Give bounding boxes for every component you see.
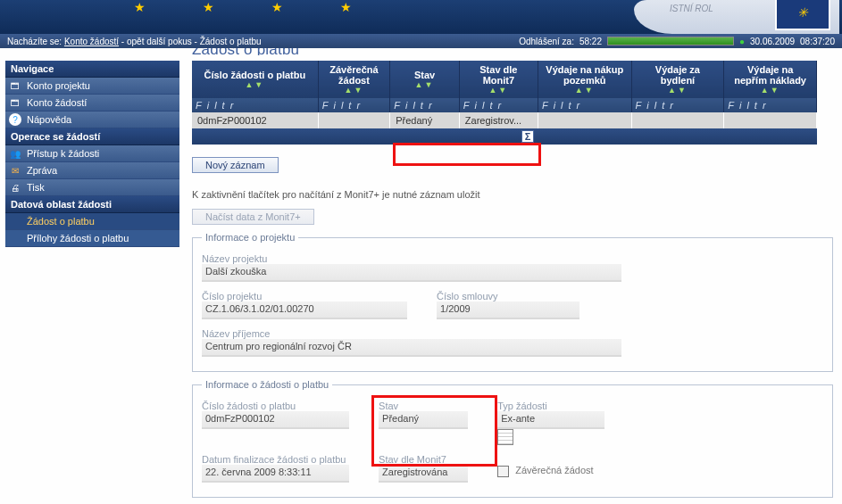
- label-datum-finalizace: Datum finalizace žádosti o platbu: [202, 454, 349, 465]
- status-clock: 08:37:20: [800, 37, 835, 46]
- side-navigation: Navigace 🗔Konto projektu 🗔Konto žádostí …: [0, 48, 183, 504]
- filter-cell[interactable]: Filtr: [192, 98, 318, 112]
- print-icon: 🖨: [9, 181, 21, 194]
- breadcrumb-prefix: Nacházíte se:: [7, 37, 64, 46]
- value-cislo-zadosti: 0dmFzP000102: [202, 411, 349, 429]
- value-prijemce: Centrum pro regionální rozvoj ČR: [202, 339, 621, 357]
- label-cislo-projektu: Číslo projektu: [202, 291, 407, 302]
- payment-info-fieldset: Informace o žádosti o platbu Číslo žádos…: [192, 379, 833, 498]
- nav-section-datova: Datová oblast žádosti: [5, 196, 179, 213]
- nav-zprava[interactable]: ✉Zpráva: [5, 162, 179, 179]
- cell-stav: Předaný: [390, 112, 460, 128]
- cell-zaverecna: [318, 112, 390, 128]
- sort-icon: ▲▼: [729, 86, 811, 95]
- col-zaverecna[interactable]: Závěrečná žádost▲▼: [318, 61, 390, 98]
- nav-sub-label: Přílohy žádosti o platbu: [27, 233, 129, 244]
- session-progress-bar: [607, 37, 734, 45]
- filter-cell[interactable]: Filtr: [390, 98, 460, 112]
- label-stav2: Stav: [379, 401, 468, 411]
- status-bar: Nacházíte se: Konto žádostí - opět další…: [0, 34, 842, 48]
- nav-item-label: Konto projektu: [27, 80, 90, 91]
- label-stav-monit2: Stav dle Monit7: [379, 454, 468, 465]
- content-scroll[interactable]: Žádost o platbu Číslo žádosti o platbu▲▼…: [183, 48, 842, 504]
- col-bydleni[interactable]: Výdaje za bydlení▲▼: [631, 61, 724, 98]
- label-cislo-zadosti: Číslo žádosti o platbu: [202, 401, 349, 411]
- filter-cell[interactable]: Filtr: [631, 98, 724, 112]
- value-typ: Ex-ante: [497, 411, 604, 429]
- header-subtext: ISTNÍ ROL: [670, 4, 713, 13]
- label-prijemce: Název příjemce: [202, 328, 621, 339]
- cell-pozemky: [538, 112, 631, 128]
- label-cislo-smlouvy: Číslo smlouvy: [437, 291, 579, 302]
- lookup-icon[interactable]: [497, 429, 513, 445]
- nav-section-navigace: Navigace: [5, 61, 179, 78]
- col-stav[interactable]: Stav▲▼: [390, 61, 460, 98]
- breadcrumb-tail: - opět další pokus - Žádost o platbu: [121, 37, 262, 46]
- nav-zadost-o-platbu[interactable]: Žádost o platbu: [5, 213, 179, 230]
- nav-item-label: Nápověda: [27, 114, 71, 125]
- help-icon: ?: [9, 113, 21, 126]
- nav-konto-projektu[interactable]: 🗔Konto projektu: [5, 78, 179, 95]
- sort-icon: ▲▼: [544, 86, 626, 95]
- nav-pristup[interactable]: 👥Přístup k žádosti: [5, 145, 179, 162]
- mail-icon: ✉: [9, 164, 21, 177]
- eu-flag-icon: ✳: [775, 0, 830, 30]
- col-pozemky[interactable]: Výdaje na nákup pozemků▲▼: [538, 61, 631, 98]
- cell-bydleni: [631, 112, 724, 128]
- label-zaverecna: Závěrečná žádost: [515, 465, 593, 475]
- nav-napoveda[interactable]: ?Nápověda: [5, 112, 179, 128]
- nav-sub-label: Žádost o platbu: [27, 216, 95, 227]
- filter-cell[interactable]: Filtr: [538, 98, 631, 112]
- logout-label: Odhlášení za:: [519, 37, 574, 46]
- filter-cell[interactable]: Filtr: [459, 98, 538, 112]
- project-info-fieldset: Informace o projektu Název projektu Dalš…: [192, 232, 833, 372]
- nav-konto-zadosti[interactable]: 🗔Konto žádostí: [5, 95, 179, 112]
- header-right-panel: ISTNÍ ROL ✳: [634, 0, 839, 34]
- nav-prilohy[interactable]: Přílohy žádosti o platbu: [5, 230, 179, 247]
- nav-item-label: Konto žádostí: [27, 97, 87, 108]
- activation-note: K zaktivnění tlačítek pro načítání z Mon…: [192, 189, 833, 200]
- sigma-icon[interactable]: Σ: [521, 130, 535, 143]
- status-date: 30.06.2009: [750, 37, 795, 46]
- grid-wrapper: Číslo žádosti o platbu▲▼ Závěrečná žádos…: [192, 61, 833, 145]
- page-icon: 🗔: [9, 96, 21, 109]
- label-nazev-projektu: Název projektu: [202, 253, 621, 264]
- status-dot-icon: ●: [739, 37, 745, 46]
- eu-stars-decoration: ★ ★ ★ ★: [134, 0, 379, 14]
- payment-info-legend: Informace o žádosti o platbu: [202, 379, 332, 390]
- sort-icon: ▲▼: [396, 80, 454, 89]
- value-stav-monit2: Zaregistrována: [379, 465, 468, 483]
- page-icon: 🗔: [9, 79, 21, 92]
- nav-item-label: Tisk: [27, 182, 45, 193]
- load-monit-button[interactable]: Načíst data z Monit7+: [192, 209, 314, 225]
- nav-item-label: Zpráva: [27, 165, 57, 176]
- value-datum-finalizace: 22. června 2009 8:33:11: [202, 465, 349, 483]
- content-area: Žádost o platbu Číslo žádosti o platbu▲▼…: [185, 50, 842, 504]
- project-info-legend: Informace o projektu: [202, 232, 298, 243]
- page-title: Žádost o platbu: [192, 48, 833, 55]
- value-nazev-projektu: Další zkouška: [202, 264, 621, 282]
- sort-icon: ▲▼: [324, 86, 385, 95]
- col-cislo[interactable]: Číslo žádosti o platbu▲▼: [192, 61, 318, 98]
- breadcrumb-link[interactable]: Konto žádostí: [64, 37, 119, 46]
- cell-neprime: [724, 112, 817, 128]
- col-monit[interactable]: Stav dle Monit7▲▼: [459, 61, 538, 98]
- filter-cell[interactable]: Filtr: [318, 98, 390, 112]
- filter-cell[interactable]: Filtr: [724, 98, 817, 112]
- sort-icon: ▲▼: [638, 86, 719, 95]
- value-cislo-projektu: CZ.1.06/3.1.02/01.00270: [202, 302, 407, 319]
- header-band: ★ ★ ★ ★ ISTNÍ ROL ✳: [0, 0, 842, 34]
- value-cislo-smlouvy: 1/2009: [437, 302, 579, 319]
- new-record-button[interactable]: Nový záznam: [192, 157, 279, 173]
- checkbox-zaverecna[interactable]: [497, 466, 509, 477]
- cell-cislo: 0dmFzP000102: [192, 112, 318, 128]
- label-typ: Typ žádosti: [497, 401, 622, 411]
- nav-section-operace: Operace se žádostí: [5, 128, 179, 145]
- cell-monit: Zaregistrov...: [459, 112, 538, 128]
- nav-tisk[interactable]: 🖨Tisk: [5, 179, 179, 196]
- table-row[interactable]: 0dmFzP000102 Předaný Zaregistrov...: [192, 112, 817, 128]
- value-stav2: Předaný: [379, 411, 468, 429]
- nav-item-label: Přístup k žádosti: [27, 148, 99, 159]
- col-neprime[interactable]: Výdaje na nepřím náklady▲▼: [724, 61, 817, 98]
- users-icon: 👥: [9, 147, 21, 160]
